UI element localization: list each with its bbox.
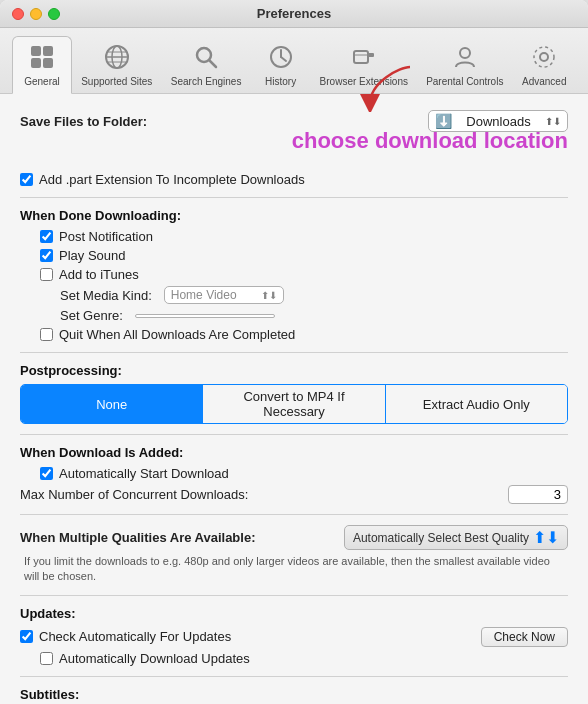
quit-checkbox[interactable] <box>40 328 53 341</box>
quality-info-text: If you limit the downloads to e.g. 480p … <box>20 554 568 585</box>
minimize-button[interactable] <box>30 8 42 20</box>
max-concurrent-row: Max Number of Concurrent Downloads: <box>20 485 568 504</box>
add-part-extension-checkbox[interactable] <box>20 173 33 186</box>
dropdown-chevron-icon: ⬆⬇ <box>545 116 561 127</box>
check-auto-row: Check Automatically For Updates Check No… <box>20 627 568 647</box>
supported-sites-label: Supported Sites <box>81 76 152 87</box>
media-kind-value: Home Video <box>171 288 237 302</box>
quit-label: Quit When All Downloads Are Completed <box>59 327 295 342</box>
svg-rect-15 <box>368 53 374 57</box>
set-genre-row: Set Genre: <box>20 308 568 323</box>
search-engines-label: Search Engines <box>171 76 242 87</box>
add-to-itunes-checkbox[interactable] <box>40 268 53 281</box>
quality-option-label: Automatically Select Best Quality <box>353 531 529 545</box>
check-auto-inner: Check Automatically For Updates <box>20 629 231 644</box>
post-notification-label: Post Notification <box>59 229 153 244</box>
parental-controls-label: Parental Controls <box>426 76 503 87</box>
quality-dropdown-icon: ⬆⬇ <box>533 528 559 547</box>
svg-rect-0 <box>31 46 41 56</box>
annotation-container: choose download location <box>20 138 568 168</box>
auto-start-checkbox[interactable] <box>40 467 53 480</box>
general-icon <box>26 41 58 73</box>
quality-row: When Multiple Qualities Are Available: A… <box>20 525 568 550</box>
close-button[interactable] <box>12 8 24 20</box>
parental-controls-icon <box>449 41 481 73</box>
toolbar-item-search-engines[interactable]: Search Engines <box>162 37 251 93</box>
save-files-label: Save Files to Folder: <box>20 114 147 129</box>
divider-5 <box>20 595 568 596</box>
post-notification-row: Post Notification <box>20 229 568 244</box>
window-title: Preferences <box>257 6 331 21</box>
updates-label: Updates: <box>20 606 568 621</box>
add-to-itunes-row: Add to iTunes <box>20 267 568 282</box>
when-added-label: When Download Is Added: <box>20 445 568 460</box>
auto-start-label: Automatically Start Download <box>59 466 229 481</box>
svg-rect-2 <box>31 58 41 68</box>
set-genre-label: Set Genre: <box>60 308 123 323</box>
auto-download-checkbox[interactable] <box>40 652 53 665</box>
post-notification-checkbox[interactable] <box>40 230 53 243</box>
svg-point-19 <box>534 47 554 67</box>
svg-point-18 <box>540 53 548 61</box>
max-concurrent-label: Max Number of Concurrent Downloads: <box>20 487 248 502</box>
svg-line-13 <box>281 57 286 61</box>
auto-download-label: Automatically Download Updates <box>59 651 250 666</box>
general-label: General <box>24 76 60 87</box>
toolbar-item-history[interactable]: History <box>251 37 311 93</box>
advanced-icon <box>528 41 560 73</box>
quality-label: When Multiple Qualities Are Available: <box>20 530 256 545</box>
auto-download-row: Automatically Download Updates <box>20 651 568 666</box>
when-done-label: When Done Downloading: <box>20 208 568 223</box>
add-part-extension-label: Add .part Extension To Incomplete Downlo… <box>39 172 305 187</box>
media-kind-arrow-icon: ⬆⬇ <box>261 290 277 301</box>
titlebar: Preferences <box>0 0 588 28</box>
toolbar-item-advanced[interactable]: Advanced <box>513 37 576 93</box>
annotation-arrow <box>360 62 420 112</box>
seg-extract-button[interactable]: Extract Audio Only <box>386 385 567 423</box>
folder-icon: ⬇️ <box>435 113 452 129</box>
preferences-content: Save Files to Folder: ⬇️ Downloads ⬆⬇ <box>0 94 588 704</box>
postprocessing-label: Postprocessing: <box>20 363 568 378</box>
divider-4 <box>20 514 568 515</box>
toolbar: General Supported Sites Sea <box>0 28 588 94</box>
preferences-window: Preferences General <box>0 0 588 704</box>
maximize-button[interactable] <box>48 8 60 20</box>
svg-line-10 <box>210 61 217 68</box>
check-now-button[interactable]: Check Now <box>481 627 568 647</box>
add-part-extension-row: Add .part Extension To Incomplete Downlo… <box>20 172 568 187</box>
divider-3 <box>20 434 568 435</box>
supported-sites-icon <box>101 41 133 73</box>
traffic-lights <box>12 8 60 20</box>
divider-2 <box>20 352 568 353</box>
divider-6 <box>20 676 568 677</box>
svg-rect-1 <box>43 46 53 56</box>
quality-dropdown[interactable]: Automatically Select Best Quality ⬆⬇ <box>344 525 568 550</box>
downloads-folder-label: Downloads <box>456 114 541 129</box>
postprocessing-segmented: None Convert to MP4 If Necessary Extract… <box>20 384 568 424</box>
quit-row: Quit When All Downloads Are Completed <box>20 327 568 342</box>
svg-point-17 <box>460 48 470 58</box>
subtitles-label: Subtitles: <box>20 687 568 702</box>
seg-convert-button[interactable]: Convert to MP4 If Necessary <box>203 385 385 423</box>
check-auto-checkbox[interactable] <box>20 630 33 643</box>
set-media-kind-row: Set Media Kind: Home Video ⬆⬇ <box>20 286 568 304</box>
svg-rect-3 <box>43 58 53 68</box>
add-to-itunes-label: Add to iTunes <box>59 267 139 282</box>
media-kind-dropdown[interactable]: Home Video ⬆⬇ <box>164 286 284 304</box>
history-icon <box>265 41 297 73</box>
toolbar-item-general[interactable]: General <box>12 36 72 94</box>
search-engines-icon <box>190 41 222 73</box>
advanced-label: Advanced <box>522 76 566 87</box>
toolbar-item-parental-controls[interactable]: Parental Controls <box>417 37 513 93</box>
genre-input[interactable] <box>135 314 275 318</box>
seg-none-button[interactable]: None <box>21 385 203 423</box>
divider-1 <box>20 197 568 198</box>
toolbar-item-supported-sites[interactable]: Supported Sites <box>72 37 162 93</box>
annotation-text: choose download location <box>292 128 568 154</box>
check-auto-label: Check Automatically For Updates <box>39 629 231 644</box>
play-sound-checkbox[interactable] <box>40 249 53 262</box>
play-sound-row: Play Sound <box>20 248 568 263</box>
max-concurrent-input[interactable] <box>508 485 568 504</box>
auto-start-row: Automatically Start Download <box>20 466 568 481</box>
history-label: History <box>265 76 296 87</box>
